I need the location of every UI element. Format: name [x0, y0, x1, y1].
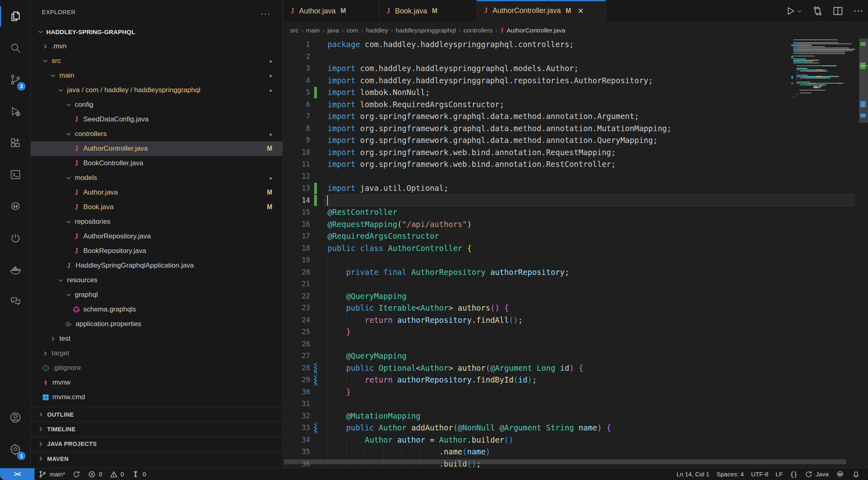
tree-item-src[interactable]: src●	[31, 54, 283, 68]
tree-item-controllers[interactable]: controllers●	[31, 127, 283, 141]
activity-item-comments[interactable]	[0, 285, 30, 317]
tree-item-mvnw.cmd[interactable]: mvnw.cmd	[31, 390, 283, 404]
breadcrumb-item[interactable]: haddleyspringgraphql	[396, 27, 456, 34]
close-icon[interactable]: ✕	[577, 6, 584, 15]
tree-item-bookcontroller.java[interactable]: JBookController.java	[31, 156, 283, 171]
open-changes-button[interactable]	[812, 5, 823, 17]
status-language-mode[interactable]: Java	[801, 468, 832, 480]
breadcrumb-item[interactable]: haddley	[366, 27, 388, 34]
status-language-status[interactable]: {}	[786, 468, 801, 480]
status-remote[interactable]: ><	[0, 468, 35, 480]
activity-item-extensions[interactable]	[0, 127, 30, 159]
activity-badge: 3	[17, 82, 26, 91]
status-cursor-position[interactable]: Ln 14, Col 1	[673, 468, 713, 480]
tree-item-config[interactable]: config	[31, 97, 283, 112]
indent-guide	[346, 434, 347, 446]
status-errors[interactable]: 0	[84, 468, 106, 480]
windows-file-icon	[41, 394, 50, 401]
breadcrumb-item[interactable]: main	[306, 27, 320, 34]
tree-item-schema.graphqls[interactable]: schema.graphqls	[31, 302, 283, 317]
activity-item-settings[interactable]: 1	[0, 433, 30, 465]
explorer-title: EXPLORER	[42, 9, 76, 15]
tree-item-seeddataconfig.java[interactable]: JSeedDataConfig.java	[31, 112, 283, 127]
code-line-14: 14	[283, 195, 858, 207]
tree-item-author.java[interactable]: JAuthor.javaM	[31, 185, 283, 200]
tree-item-.gitignore[interactable]: .gitignore	[31, 361, 283, 375]
tab-author-java[interactable]: JAuthor.javaM	[283, 0, 379, 22]
status-sync-changes[interactable]	[69, 468, 84, 480]
minimap-line	[793, 65, 857, 66]
breadcrumb-item[interactable]: controllers	[464, 27, 493, 34]
breadcrumb-item[interactable]: com	[347, 27, 358, 34]
status-git-branch[interactable]: main*	[35, 468, 69, 480]
overview-ruler-scrollbar[interactable]	[859, 39, 868, 468]
tree-item-book.java[interactable]: JBook.javaM	[31, 200, 283, 214]
indent-guide	[328, 278, 328, 290]
tree-item-target[interactable]: target	[31, 346, 283, 361]
activity-item-run-debug[interactable]	[0, 95, 30, 127]
activity-item-account[interactable]	[0, 402, 30, 433]
activity-item-source-control[interactable]: 3	[0, 64, 30, 95]
tree-item-application.properties[interactable]: application.properties	[31, 317, 283, 331]
activity-item-search[interactable]	[0, 32, 30, 64]
tree-root-folder[interactable]: HADDLEY-SPRING-GRAPHQL	[31, 24, 283, 39]
activity-item-docker[interactable]	[0, 254, 30, 285]
section-outline[interactable]: OUTLINE	[31, 407, 283, 422]
tree-item-bookrepository.java[interactable]: JBookRepository.java	[31, 244, 283, 258]
code-text: @MutationMapping	[328, 410, 421, 422]
code-line-12: 12	[283, 171, 858, 183]
code-line-7: 7import org.springframework.graphql.data…	[283, 110, 858, 123]
tree-item-.mvn[interactable]: .mvn	[31, 39, 283, 54]
section-java-projects[interactable]: JAVA PROJECTS	[31, 437, 283, 451]
split-editor-button[interactable]	[832, 5, 844, 17]
code-editor[interactable]: 1package com.haddley.haddleyspringgraphq…	[283, 39, 868, 468]
breadcrumb-item[interactable]: src	[290, 27, 299, 34]
chevron-right-icon: ›	[342, 27, 344, 34]
code-line-6: 6import lombok.RequiredArgsConstructor;	[283, 99, 858, 111]
indent-guide	[328, 254, 328, 266]
more-actions-button[interactable]	[853, 5, 864, 17]
status-ports[interactable]: 0	[128, 468, 150, 480]
breadcrumb-item-file[interactable]: JAuthorController.java	[500, 27, 566, 34]
tree-item-mvnw[interactable]: mvnw	[31, 375, 283, 390]
status-encoding[interactable]: UTF-8	[747, 468, 772, 480]
horizontal-scrollbar-slider[interactable]	[284, 459, 846, 464]
graphql-file-icon	[72, 305, 81, 314]
code-text: import com.haddley.haddleyspringgraphql.…	[328, 63, 579, 75]
status-warnings[interactable]: 0	[106, 468, 128, 480]
git-modified-badge: M	[566, 7, 571, 15]
minimap-line	[793, 94, 857, 95]
tree-item-label: mvnw	[52, 378, 70, 387]
run-java-button[interactable]	[786, 6, 803, 16]
tree-item-resources[interactable]: resources	[31, 273, 283, 288]
tab-bar: JAuthor.javaMJBook.javaMJAuthorControlle…	[283, 0, 868, 22]
tree-item-repositories[interactable]: repositories	[31, 214, 283, 229]
tab-book-java[interactable]: JBook.javaM	[379, 0, 477, 22]
vertical-scrollbar-slider[interactable]	[859, 39, 868, 123]
activity-item-explorer[interactable]	[0, 0, 30, 32]
tree-item-authorrepository.java[interactable]: JAuthorRepository.java	[31, 229, 283, 244]
tree-item-authorcontroller.java[interactable]: JAuthorController.javaM	[31, 141, 283, 156]
tab-authorcontroller-java[interactable]: JAuthorController.javaM✕	[477, 0, 606, 22]
activity-item-terminal[interactable]	[0, 159, 30, 190]
tree-item-haddleyspringgraphqlapplication.java[interactable]: JHaddleySpringGraphqlApplication.java	[31, 258, 283, 273]
explorer-more-icon[interactable]: ···	[260, 9, 271, 18]
tree-item-models[interactable]: models●	[31, 171, 283, 185]
status-eol[interactable]: LF	[772, 468, 787, 480]
section-timeline[interactable]: TIMELINE	[31, 422, 283, 436]
tree-item-test[interactable]: test	[31, 331, 283, 346]
activity-item-copilot-chat[interactable]	[0, 190, 30, 222]
tree-item-java-com-haddley-haddleyspringgraphql[interactable]: java / com / haddley / haddleyspringgrap…	[31, 83, 283, 97]
minimap[interactable]	[791, 39, 857, 202]
breadcrumb-item[interactable]: java	[328, 27, 339, 34]
status-indentation[interactable]: Spaces: 4	[713, 468, 748, 480]
activity-item-spring-boot[interactable]	[0, 222, 30, 254]
section-maven[interactable]: MAVEN	[31, 451, 283, 466]
tree-item-main[interactable]: main●	[31, 68, 283, 83]
tree-item-graphql[interactable]: graphql	[31, 288, 283, 302]
modified-folder-dot: ●	[269, 73, 272, 79]
copilot-s-icon	[836, 470, 844, 478]
status-notifications[interactable]	[848, 468, 864, 480]
status-copilot-status[interactable]	[832, 468, 848, 480]
code-text: package com.haddley.haddleyspringgraphql…	[328, 39, 574, 51]
